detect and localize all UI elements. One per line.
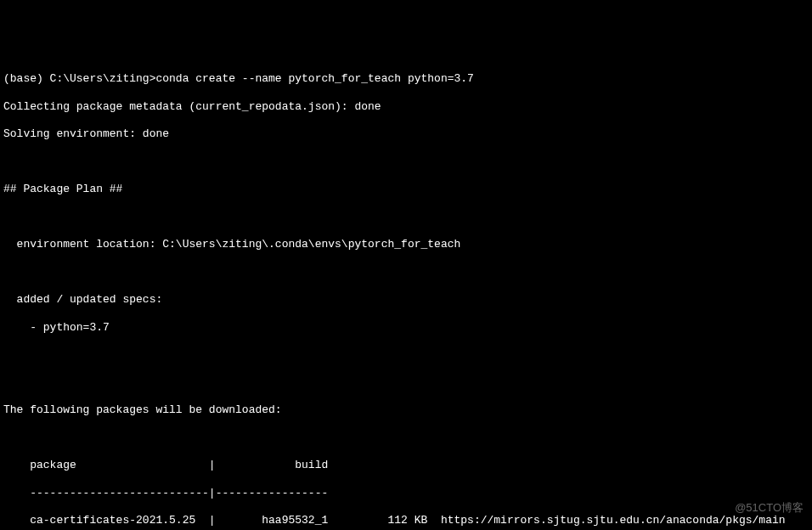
- download-table-header: package | build: [3, 459, 809, 472]
- blank-line: [3, 376, 809, 390]
- blank-line: [3, 431, 809, 445]
- environment-location-line: environment location: C:\Users\ziting\.c…: [3, 238, 809, 251]
- download-table-separator: ---------------------------|------------…: [3, 487, 809, 500]
- collecting-metadata-line: Collecting package metadata (current_rep…: [3, 100, 809, 114]
- added-specs-header: added / updated specs:: [3, 293, 809, 307]
- downloaded-packages-header: The following packages will be downloade…: [3, 403, 809, 417]
- blank-line: [3, 348, 809, 362]
- terminal-output: (base) C:\Users\ziting>conda create --na…: [3, 59, 809, 530]
- blank-line: [3, 155, 809, 169]
- watermark-text: @51CTO博客: [735, 501, 804, 515]
- solving-environment-line: Solving environment: done: [3, 127, 809, 141]
- added-specs-item: - python=3.7: [3, 321, 809, 335]
- blank-line: [3, 211, 809, 224]
- package-plan-header: ## Package Plan ##: [3, 183, 809, 196]
- download-table-row: ca-certificates-2021.5.25 | haa95532_1 1…: [3, 514, 809, 527]
- blank-line: [3, 266, 809, 279]
- command-line: (base) C:\Users\ziting>conda create --na…: [3, 72, 809, 86]
